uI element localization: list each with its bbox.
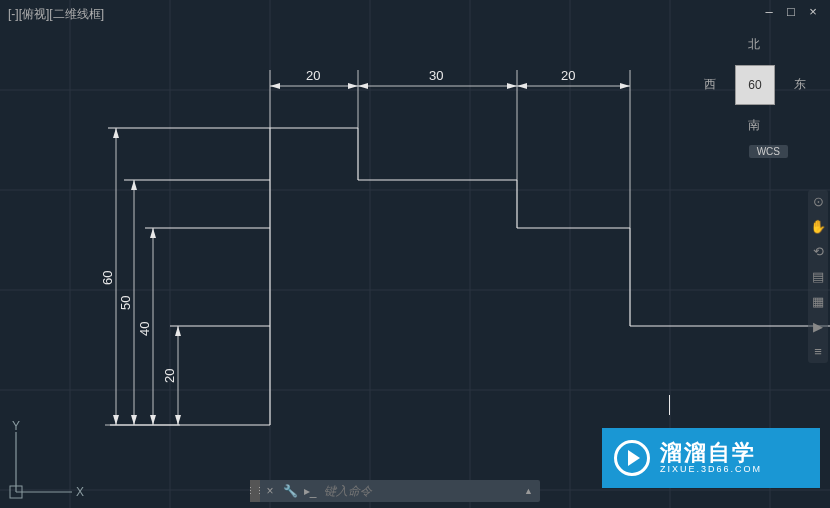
svg-marker-31 <box>270 83 280 89</box>
viewport-label[interactable]: [-][俯视][二维线框] <box>8 6 104 23</box>
nav-tools: ⊙ ✋ ⟲ ▤ ▦ ▶ ≡ <box>808 190 828 363</box>
command-close-icon[interactable]: × <box>260 484 280 498</box>
command-input[interactable] <box>320 484 524 498</box>
svg-marker-49 <box>131 415 137 425</box>
svg-text:60: 60 <box>100 271 115 285</box>
orbit-icon[interactable]: ⟲ <box>813 244 824 259</box>
viewcube-north[interactable]: 北 <box>748 36 760 53</box>
svg-marker-44 <box>113 128 119 138</box>
svg-marker-48 <box>131 180 137 190</box>
viewcube-west[interactable]: 西 <box>704 76 716 93</box>
dimensions: 20 30 20 60 50 40 20 <box>100 68 630 425</box>
svg-text:30: 30 <box>429 68 443 83</box>
watermark-title: 溜溜自学 <box>660 442 762 464</box>
svg-text:Y: Y <box>12 419 20 433</box>
svg-marker-45 <box>113 415 119 425</box>
viewcube-south[interactable]: 南 <box>748 117 760 134</box>
zoom-icon[interactable]: ⊙ <box>813 194 824 209</box>
tool-icon-2[interactable]: ▦ <box>812 294 824 309</box>
svg-marker-36 <box>507 83 517 89</box>
command-customize-icon[interactable]: 🔧 <box>280 484 300 498</box>
svg-marker-56 <box>175 326 181 336</box>
watermark: 溜溜自学 ZIXUE.3D66.COM <box>602 428 820 488</box>
command-history-icon[interactable]: ▲ <box>524 486 540 496</box>
command-prompt-icon: ▸_ <box>300 484 320 498</box>
svg-text:20: 20 <box>561 68 575 83</box>
tool-icon-4[interactable]: ≡ <box>814 344 822 359</box>
maximize-button[interactable]: □ <box>784 4 798 18</box>
play-icon <box>614 440 650 476</box>
watermark-subtitle: ZIXUE.3D66.COM <box>660 464 762 474</box>
svg-marker-39 <box>517 83 527 89</box>
wcs-label[interactable]: WCS <box>749 145 788 158</box>
svg-text:20: 20 <box>306 68 320 83</box>
svg-marker-32 <box>348 83 358 89</box>
viewcube-east[interactable]: 东 <box>794 76 806 93</box>
svg-marker-53 <box>150 415 156 425</box>
viewcube[interactable]: 北 南 西 东 60 <box>710 40 800 130</box>
svg-text:40: 40 <box>137 322 152 336</box>
ucs-icon: X Y <box>10 419 84 499</box>
command-handle[interactable]: ⋮⋮ <box>250 480 260 502</box>
svg-marker-52 <box>150 228 156 238</box>
minimize-button[interactable]: – <box>762 4 776 18</box>
crosshair-v <box>669 395 670 415</box>
command-bar: ⋮⋮ × 🔧 ▸_ ▲ <box>250 480 540 502</box>
svg-text:20: 20 <box>162 369 177 383</box>
pan-icon[interactable]: ✋ <box>810 219 826 234</box>
part-outline <box>108 128 830 425</box>
tool-icon-3[interactable]: ▶ <box>813 319 823 334</box>
svg-marker-57 <box>175 415 181 425</box>
svg-text:50: 50 <box>118 296 133 310</box>
viewcube-face[interactable]: 60 <box>735 65 775 105</box>
svg-text:X: X <box>76 485 84 499</box>
window-controls: – □ × <box>762 4 820 18</box>
tool-icon[interactable]: ▤ <box>812 269 824 284</box>
svg-marker-40 <box>620 83 630 89</box>
close-button[interactable]: × <box>806 4 820 18</box>
svg-marker-35 <box>358 83 368 89</box>
